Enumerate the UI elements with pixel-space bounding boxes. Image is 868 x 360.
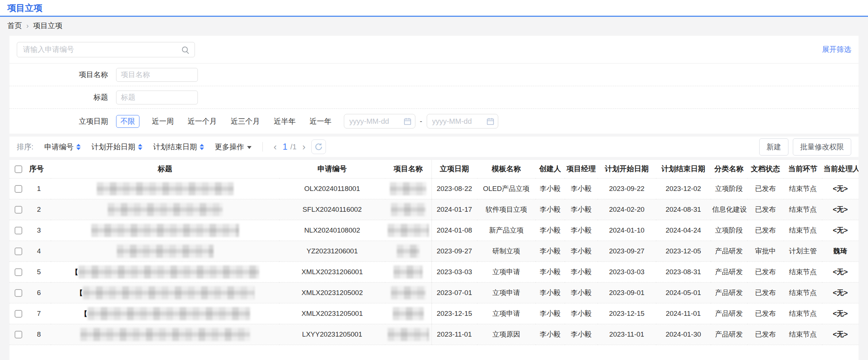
date-option-last-month[interactable]: 近一个月	[186, 115, 218, 127]
handler-cell: <无>	[822, 303, 859, 324]
category-cell: 产品研发	[711, 282, 747, 303]
sort-by-plan-end[interactable]: 计划结束日期	[153, 142, 204, 152]
apply-no-cell[interactable]: OLX20240118001	[279, 178, 385, 199]
table-header-row: 序号 标题 申请编号 项目名称 立项日期 模板名称 创建人 项目经理 计划开始日…	[9, 160, 859, 178]
apply-no-cell[interactable]: YZ20231206001	[279, 241, 385, 261]
date-option-last-week[interactable]: 近一周	[150, 115, 175, 127]
date-cell: 2023-08-22	[431, 178, 477, 199]
batch-edit-permission-button[interactable]: 批量修改权限	[793, 138, 851, 156]
sort-field-label: 申请编号	[45, 142, 74, 152]
title-cell[interactable]: 【	[51, 303, 279, 324]
col-header-plan-end: 计划结束日期	[656, 160, 711, 178]
table-row[interactable]: 1 OLX20240118001 2023-08-22 OLED产品立项 李小毅…	[9, 178, 859, 199]
breadcrumb-separator-icon: ›	[26, 22, 29, 30]
apply-no-cell[interactable]: XMLX20231206001	[279, 261, 385, 282]
row-checkbox[interactable]	[15, 268, 22, 276]
plan-start-cell: 2023-11-01	[598, 324, 656, 345]
stage-cell: 结束节点	[784, 199, 822, 220]
doc-status-cell: 已发布	[747, 261, 784, 282]
project-name-input[interactable]	[116, 68, 198, 82]
template-cell: 软件项目立项	[477, 199, 535, 220]
title-cell[interactable]	[51, 324, 279, 345]
redacted-title	[108, 203, 223, 216]
creator-cell: 李小毅	[535, 282, 565, 303]
expand-filter-link[interactable]: 展开筛选	[822, 45, 851, 54]
table-row[interactable]: 7 【 XMLX20231205001 2023-12-15 立项申请 李小毅 …	[9, 303, 859, 324]
col-header-doc-status: 文档状态	[747, 160, 784, 178]
date-cell: 2023-11-01	[431, 324, 477, 345]
row-no: 4	[27, 241, 51, 261]
row-checkbox[interactable]	[15, 206, 22, 214]
date-option-last-3-months[interactable]: 近三个月	[229, 115, 261, 127]
sort-by-apply-no[interactable]: 申请编号	[45, 142, 81, 152]
plan-end-cell: 2023-12-05	[656, 241, 711, 261]
dropdown-caret-icon	[247, 146, 251, 149]
table-row[interactable]: 6 【 XMLX20231205002 2023-07-01 立项申请 李小毅 …	[9, 282, 859, 303]
new-button[interactable]: 新建	[759, 138, 788, 156]
manager-cell: 李小毅	[565, 282, 598, 303]
title-cell[interactable]	[51, 241, 279, 261]
table-row[interactable]: 5 【 XMLX20231206001 2023-03-03 立项申请 李小毅 …	[9, 261, 859, 282]
row-no: 2	[27, 199, 51, 220]
row-checkbox[interactable]	[15, 248, 22, 255]
table-row[interactable]: 4 YZ20231206001 2023-09-27 研制立项 李小毅 李小毅 …	[9, 241, 859, 261]
creator-cell: 李小毅	[535, 178, 565, 199]
col-header-manager: 项目经理	[565, 160, 598, 178]
apply-no-cell[interactable]: SFLX20240116002	[279, 199, 385, 220]
apply-no-cell[interactable]: XMLX20231205002	[279, 282, 385, 303]
title-cell[interactable]	[51, 220, 279, 241]
more-operations-dropdown[interactable]: 更多操作	[215, 142, 251, 152]
table-row[interactable]: 8 LXYY20231205001 2023-11-01 立项原因 李小毅 李小…	[9, 324, 859, 345]
calendar-icon[interactable]	[486, 117, 495, 126]
category-cell: 产品研发	[711, 303, 747, 324]
refresh-button[interactable]	[311, 139, 326, 154]
handler-cell: 魏琦	[822, 241, 859, 261]
breadcrumb-home[interactable]: 首页	[7, 21, 22, 31]
category-cell: 产品研发	[711, 241, 747, 261]
date-cell: 2023-07-01	[431, 282, 477, 303]
row-checkbox[interactable]	[15, 227, 22, 234]
pagination: ‹ 1 /1 ›	[274, 139, 326, 154]
apply-no-cell[interactable]: LXYY20231205001	[279, 324, 385, 345]
calendar-icon[interactable]	[403, 117, 412, 126]
sort-by-plan-start[interactable]: 计划开始日期	[92, 142, 142, 152]
plan-end-cell: 2024-08-31	[656, 199, 711, 220]
stage-cell: 结束节点	[784, 261, 822, 282]
title-cell[interactable]	[51, 199, 279, 220]
date-option-last-half-year[interactable]: 近半年	[272, 115, 297, 127]
next-page-button[interactable]: ›	[302, 142, 306, 152]
title-cell[interactable]: 【	[51, 282, 279, 303]
template-cell: 立项原因	[477, 324, 535, 345]
title-cell[interactable]	[51, 178, 279, 199]
prev-page-button[interactable]: ‹	[274, 142, 277, 152]
row-checkbox[interactable]	[15, 185, 22, 193]
date-option-last-year[interactable]: 近一年	[308, 115, 333, 127]
row-checkbox[interactable]	[15, 331, 22, 338]
title-input[interactable]	[116, 91, 198, 104]
row-checkbox[interactable]	[15, 310, 22, 318]
title-cell[interactable]: 【	[51, 261, 279, 282]
search-input[interactable]	[17, 42, 195, 57]
template-cell: 新产品立项	[477, 220, 535, 241]
col-header-creator: 创建人	[535, 160, 565, 178]
search-icon[interactable]	[181, 46, 190, 54]
select-all-checkbox[interactable]	[15, 165, 22, 173]
col-header-no: 序号	[27, 160, 51, 178]
project-name-filter-row: 项目名称	[9, 64, 859, 86]
doc-status-cell: 已发布	[747, 324, 784, 345]
stage-cell: 结束节点	[784, 324, 822, 345]
sort-field-label: 计划结束日期	[153, 142, 197, 152]
redacted-title	[88, 307, 250, 320]
apply-no-cell[interactable]: NLX20240108002	[279, 220, 385, 241]
total-pages: /1	[291, 143, 297, 151]
sort-updown-icon	[138, 144, 142, 150]
table-row[interactable]: 2 SFLX20240116002 2024-01-17 软件项目立项 李小毅 …	[9, 199, 859, 220]
redacted-project-name	[393, 307, 424, 320]
redacted-project-name	[388, 328, 429, 341]
handler-cell: <无>	[822, 178, 859, 199]
row-checkbox[interactable]	[15, 289, 22, 297]
table-row[interactable]: 3 NLX20240108002 2024-01-08 新产品立项 李小毅 李小…	[9, 220, 859, 241]
date-option-unlimited[interactable]: 不限	[116, 115, 139, 128]
search-box	[17, 42, 195, 57]
apply-no-cell[interactable]: XMLX20231205001	[279, 303, 385, 324]
